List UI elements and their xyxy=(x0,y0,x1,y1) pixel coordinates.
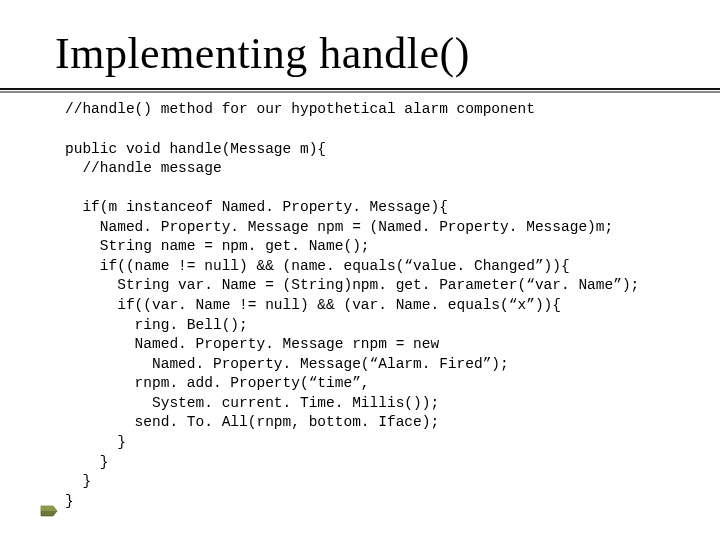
slide: Implementing handle() //handle() method … xyxy=(0,0,720,540)
title-underline-shadow xyxy=(0,91,720,93)
code-block: //handle() method for our hypothetical a… xyxy=(65,100,680,511)
slide-title: Implementing handle() xyxy=(55,30,680,78)
footer-bullet-icon xyxy=(40,505,58,517)
title-underline xyxy=(0,88,720,90)
